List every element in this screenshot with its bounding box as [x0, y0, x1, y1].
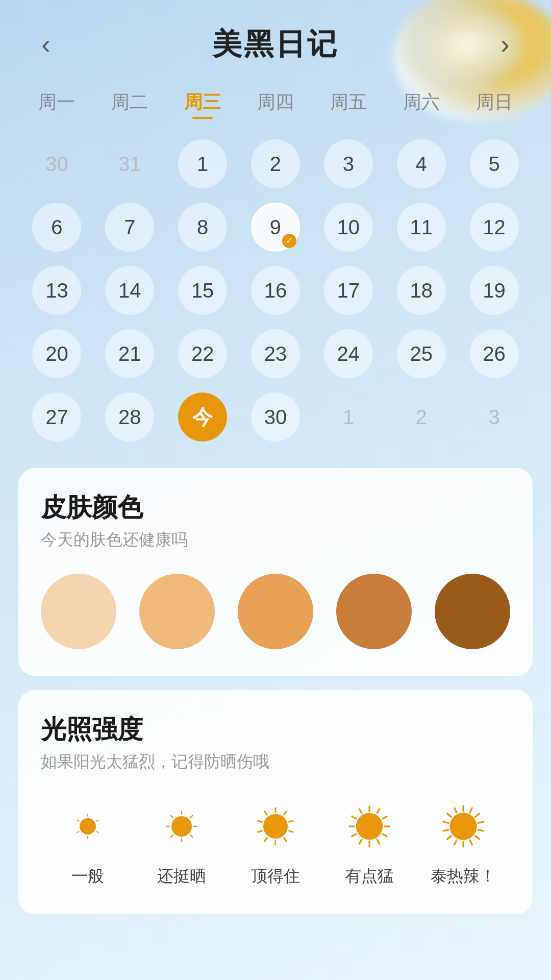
day-cell: 2 [239, 134, 312, 193]
light-level-item: 有点猛 [322, 796, 416, 888]
svg-line-29 [383, 816, 387, 819]
sun-icon-button[interactable] [433, 796, 494, 857]
svg-point-26 [263, 814, 288, 839]
day-button[interactable]: 1 [324, 393, 373, 442]
day-cell: 31 [93, 134, 166, 193]
next-month-button[interactable]: › [490, 31, 520, 58]
svg-line-42 [475, 814, 479, 817]
svg-line-43 [478, 822, 483, 823]
day-button[interactable]: 2 [397, 393, 446, 442]
day-button[interactable]: 15 [178, 266, 227, 315]
skin-color-option[interactable] [139, 574, 215, 649]
day-button[interactable]: 3 [470, 393, 519, 442]
sun-icon-button[interactable] [57, 796, 118, 857]
day-cell: 8 [166, 198, 239, 257]
weekday-label: 周日 [458, 85, 531, 124]
svg-line-22 [265, 838, 267, 841]
day-button[interactable]: 1 [178, 139, 227, 188]
day-button[interactable]: 19 [470, 266, 519, 315]
day-cell: 30 [20, 134, 93, 193]
day-button[interactable]: 30 [251, 393, 300, 442]
day-button[interactable]: 17 [324, 266, 373, 315]
day-cell: 10 [312, 198, 385, 257]
svg-point-39 [356, 813, 383, 840]
light-level-options: 一般 还挺晒 顶得住 有点猛 泰热辣！ [41, 796, 510, 888]
weekday-header: 周一周二周三周四周五周六周日 [0, 75, 551, 129]
svg-line-23 [258, 831, 262, 832]
app-title: 美黑日记 [212, 24, 339, 64]
weekday-label: 周三 [166, 85, 239, 124]
skin-color-options [41, 574, 510, 649]
skin-color-option[interactable] [336, 574, 412, 649]
svg-line-4 [77, 831, 79, 832]
day-button[interactable]: 11 [397, 203, 446, 252]
day-cell: 1 [166, 134, 239, 193]
day-button[interactable]: 16 [251, 266, 300, 315]
day-button[interactable]: 22 [178, 329, 227, 378]
svg-line-37 [352, 816, 356, 819]
day-button[interactable]: 30 [32, 139, 81, 188]
svg-line-2 [96, 831, 98, 832]
day-button[interactable]: 21 [105, 329, 154, 378]
day-cell: 11 [385, 198, 458, 257]
svg-line-45 [475, 836, 479, 839]
svg-line-18 [289, 821, 293, 822]
svg-line-38 [359, 809, 362, 813]
day-button[interactable]: 28 [105, 393, 154, 442]
day-button[interactable]: 20 [32, 329, 81, 378]
day-button[interactable]: 今 [178, 393, 227, 442]
light-level-label: 顶得住 [251, 865, 300, 888]
day-button[interactable]: 27 [32, 393, 81, 442]
day-button[interactable]: 9 [251, 203, 300, 252]
day-button[interactable]: 31 [105, 139, 154, 188]
day-button[interactable]: 7 [105, 203, 154, 252]
day-cell: 12 [458, 198, 531, 257]
svg-line-5 [77, 820, 79, 821]
sun-icon-button[interactable] [245, 796, 306, 857]
prev-month-button[interactable]: ‹ [31, 31, 61, 58]
weekday-label: 周五 [312, 85, 385, 124]
day-cell: 30 [239, 387, 312, 447]
day-button[interactable]: 10 [324, 203, 373, 252]
day-button[interactable]: 12 [470, 203, 519, 252]
skin-color-option[interactable] [238, 574, 313, 649]
day-button[interactable]: 14 [105, 266, 154, 315]
day-button[interactable]: 18 [397, 266, 446, 315]
day-button[interactable]: 24 [324, 329, 373, 378]
svg-line-49 [447, 836, 452, 839]
day-button[interactable]: 13 [32, 266, 81, 315]
day-button[interactable]: 23 [251, 329, 300, 378]
day-cell: 3 [458, 387, 531, 447]
light-level-item: 顶得住 [229, 796, 322, 888]
skin-color-option[interactable] [41, 574, 116, 649]
day-button[interactable]: 8 [178, 203, 227, 252]
day-cell: 13 [20, 261, 93, 320]
light-level-item: 还挺晒 [135, 796, 229, 888]
sun-icon-button[interactable] [151, 796, 212, 857]
day-button[interactable]: 5 [470, 139, 519, 188]
svg-line-46 [470, 840, 472, 845]
svg-point-54 [449, 813, 477, 840]
svg-line-19 [289, 831, 293, 832]
skin-color-option[interactable] [435, 574, 510, 649]
light-level-label: 还挺晒 [157, 865, 206, 888]
day-button[interactable]: 25 [397, 329, 446, 378]
day-cell: 18 [385, 261, 458, 320]
day-button[interactable]: 2 [251, 139, 300, 188]
day-button[interactable]: 3 [324, 139, 373, 188]
weekday-label: 周二 [93, 85, 166, 124]
day-button[interactable]: 4 [397, 139, 446, 188]
sun-icon-button[interactable] [339, 796, 400, 857]
day-cell: 今 [166, 387, 239, 447]
light-level-label: 泰热辣！ [431, 865, 496, 888]
calendar-grid: 3031123456789101112131415161718192021222… [0, 129, 551, 452]
day-button[interactable]: 26 [470, 329, 519, 378]
day-button[interactable]: 6 [32, 203, 81, 252]
svg-line-32 [377, 840, 380, 844]
svg-line-53 [455, 808, 457, 813]
skin-section-title: 皮肤颜色 [41, 491, 510, 525]
light-section: 光照强度 如果阳光太猛烈，记得防晒伤哦 一般 还挺晒 顶得住 有点猛 泰热辣！ [18, 690, 533, 914]
svg-line-28 [377, 809, 380, 813]
day-cell: 28 [93, 387, 166, 447]
svg-line-50 [443, 830, 448, 831]
